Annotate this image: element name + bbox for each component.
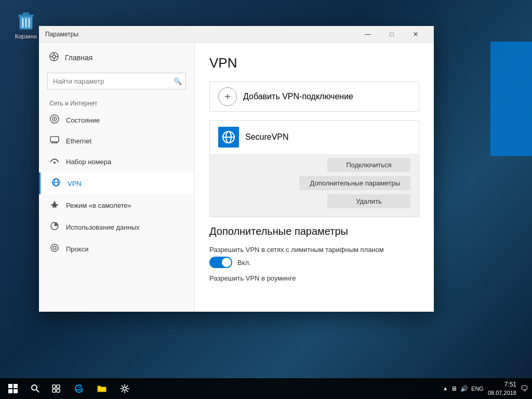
sidebar-item-data[interactable]: Использование данных (39, 216, 194, 238)
connect-button[interactable]: Подключиться (327, 158, 410, 172)
svg-point-40 (123, 387, 126, 390)
svg-point-7 (52, 55, 56, 58)
sidebar-ethernet-label: Ethernet (66, 137, 91, 145)
svg-point-34 (32, 385, 37, 390)
clock-date: 08.07.2018 (488, 389, 516, 396)
svg-rect-33 (14, 389, 18, 393)
svg-rect-30 (8, 384, 12, 388)
sidebar-status-label: Состояние (66, 116, 100, 124)
vpn-item-name: SecureVPN (245, 132, 289, 142)
svg-rect-36 (52, 385, 56, 388)
home-icon (49, 52, 59, 63)
taskbar-right: ▲ 🖥 🔊 ENG 7:51 08.07.2018 🗨 (443, 381, 532, 396)
maximize-button[interactable]: □ (380, 26, 404, 43)
vpn-logo-box (218, 127, 239, 148)
window-title: Параметры (45, 31, 356, 38)
close-button[interactable]: ✕ (404, 26, 428, 43)
sidebar-item-vpn[interactable]: VPN (39, 172, 194, 194)
sidebar: Главная 🔍 Сеть и Интернет (39, 43, 195, 312)
vpn-item-header[interactable]: SecureVPN (210, 121, 419, 154)
delete-button[interactable]: Удалить (327, 194, 410, 208)
airplane-icon (49, 200, 60, 211)
settings-taskbar-button[interactable] (113, 378, 136, 399)
svg-point-20 (54, 162, 56, 164)
window-controls: — □ ✕ (356, 26, 428, 43)
svg-point-26 (53, 246, 56, 249)
vpn-item-actions: Подключиться Дополнительные параметры Уд… (210, 154, 419, 217)
file-explorer-button[interactable] (90, 378, 113, 399)
tray-chevron-icon[interactable]: ▲ (443, 385, 448, 391)
svg-point-25 (51, 244, 58, 251)
settings-window: Параметры — □ ✕ (39, 26, 434, 312)
clock-time: 7:51 (488, 381, 516, 389)
section-label: Сеть и Интернет (39, 94, 194, 109)
svg-rect-2 (23, 12, 29, 15)
advanced-button[interactable]: Дополнительные параметры (299, 176, 410, 190)
toggle-value: Вкл. (237, 259, 251, 267)
additional-section-title: Дополнительные параметры (209, 225, 419, 237)
svg-rect-37 (57, 385, 60, 388)
taskbar-search-button[interactable] (26, 378, 45, 399)
blue-accent-panel (490, 42, 532, 156)
start-button[interactable] (0, 378, 26, 399)
search-icon: 🔍 (174, 77, 182, 85)
toggle-row: Вкл. (209, 257, 419, 268)
title-bar: Параметры — □ ✕ (39, 26, 434, 43)
sidebar-item-status[interactable]: Состояние (39, 109, 194, 131)
page-title: VPN (209, 55, 419, 71)
svg-line-35 (36, 390, 39, 392)
svg-rect-38 (52, 389, 56, 392)
volume-tray-icon[interactable]: 🔊 (460, 385, 468, 392)
dialup-icon (49, 156, 60, 167)
setting-roaming: Разрешить VPN в роуминге (209, 274, 419, 282)
minimize-button[interactable]: — (356, 26, 380, 43)
proxy-icon (49, 243, 60, 255)
search-input[interactable] (47, 73, 186, 89)
svg-rect-15 (50, 137, 59, 142)
recycle-bin-label: Корзина (15, 33, 37, 39)
sidebar-item-ethernet[interactable]: Ethernet (39, 131, 194, 151)
setting2-label: Разрешить VPN в роуминге (209, 274, 419, 282)
svg-point-14 (54, 118, 56, 120)
sidebar-vpn-label: VPN (68, 180, 82, 188)
system-tray: ▲ 🖥 🔊 ENG (443, 385, 484, 392)
sidebar-item-airplane[interactable]: Режим «в самолете» (39, 194, 194, 216)
edge-taskbar-button[interactable] (68, 378, 90, 399)
network-tray-icon[interactable]: 🖥 (451, 385, 457, 392)
sidebar-item-home[interactable]: Главная (39, 47, 194, 69)
add-vpn-icon: + (218, 87, 237, 106)
svg-rect-31 (14, 384, 18, 388)
task-view-button[interactable] (45, 378, 68, 399)
sidebar-data-label: Использование данных (66, 223, 140, 231)
sidebar-item-dialup[interactable]: Набор номера (39, 151, 194, 172)
sidebar-dialup-label: Набор номера (66, 158, 111, 166)
lang-label[interactable]: ENG (471, 385, 484, 392)
taskbar: ▲ 🖥 🔊 ENG 7:51 08.07.2018 🗨 (0, 378, 532, 399)
taskbar-clock[interactable]: 7:51 08.07.2018 (488, 381, 516, 396)
add-vpn-label: Добавить VPN-подключение (243, 92, 353, 101)
sidebar-proxy-label: Прокси (66, 245, 88, 253)
main-content: VPN + Добавить VPN-подключение (195, 43, 434, 312)
ethernet-icon (49, 136, 60, 145)
svg-rect-39 (57, 389, 60, 392)
vpn-sidebar-icon (51, 178, 61, 189)
home-label: Главная (65, 54, 92, 62)
data-icon (49, 221, 60, 233)
sidebar-search: 🔍 (47, 73, 186, 89)
notifications-icon[interactable]: 🗨 (521, 384, 528, 393)
status-icon (49, 114, 60, 126)
metered-toggle[interactable] (209, 257, 232, 268)
window-content: Главная 🔍 Сеть и Интернет (39, 43, 434, 312)
sidebar-item-proxy[interactable]: Прокси (39, 238, 194, 260)
recycle-bin-icon[interactable]: Корзина (10, 10, 42, 39)
desktop: Корзина Параметры — □ ✕ (0, 0, 532, 399)
vpn-list-item: SecureVPN Подключиться Дополнительные па… (209, 120, 419, 217)
setting-metered-network: Разрешить VPN в сетях с лимитным тарифны… (209, 246, 419, 268)
setting1-label: Разрешить VPN в сетях с лимитным тарифны… (209, 246, 419, 254)
sidebar-airplane-label: Режим «в самолете» (66, 202, 131, 209)
add-vpn-button[interactable]: + Добавить VPN-подключение (209, 82, 419, 112)
svg-rect-32 (8, 389, 12, 393)
